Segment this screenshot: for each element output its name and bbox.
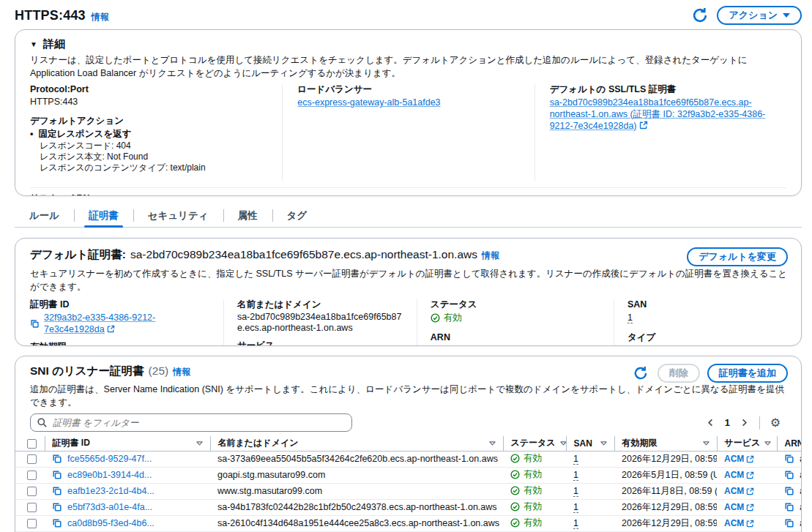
certificate-id-link[interactable]: fce5565d-9529-47f...: [67, 454, 152, 464]
details-expander[interactable]: ▼ 詳細: [30, 36, 786, 52]
copy-icon[interactable]: [52, 486, 62, 496]
default-cert-info-link[interactable]: 情報: [482, 250, 499, 262]
change-default-button[interactable]: デフォルトを変更: [687, 247, 788, 266]
certificates-table-body: fce5565d-9529-47f... sa-373a69eea55045b5…: [15, 451, 801, 532]
copy-icon[interactable]: [784, 454, 794, 464]
check-circle-icon: [510, 454, 520, 463]
default-action-title: 固定レスポンスを返す: [38, 129, 131, 140]
copy-icon[interactable]: [52, 470, 62, 480]
arn-value: arn:aws:acm:ap-northeast-1::certificate/…: [431, 345, 603, 346]
page-info-link[interactable]: 情報: [92, 11, 109, 23]
certificate-id-link[interactable]: eafb1e23-2c1d-4b4...: [67, 486, 154, 496]
san-count[interactable]: 1: [573, 502, 578, 513]
pagination: 1 ⚙: [703, 415, 783, 431]
acm-service-link[interactable]: ACM: [724, 454, 754, 464]
external-link-icon: [746, 455, 754, 463]
sni-count: (25): [149, 364, 169, 378]
column-header-service[interactable]: サービス: [725, 437, 761, 449]
row-checkbox[interactable]: [27, 471, 37, 480]
certificate-filter-input[interactable]: [30, 413, 352, 432]
sort-caret-icon[interactable]: [195, 438, 204, 448]
table-settings-button[interactable]: ⚙: [767, 415, 783, 431]
tab-certificates[interactable]: 証明書: [74, 206, 133, 227]
column-header-expiry[interactable]: 有効期限: [622, 437, 658, 449]
arn-fragment: a: [800, 486, 801, 496]
listener-arn-label: リスナー ARN: [30, 193, 786, 196]
status-badge: 有効: [510, 484, 542, 497]
redaction-box: [556, 345, 599, 346]
load-balancer-label: ロードバランサー: [297, 84, 522, 95]
sort-caret-icon[interactable]: [559, 438, 566, 448]
certificate-id-link[interactable]: ec89e0b1-3914-4d...: [67, 470, 152, 480]
refresh-button[interactable]: [690, 6, 709, 25]
copy-icon[interactable]: [784, 486, 794, 496]
add-certificate-button[interactable]: 証明書を追加: [707, 364, 788, 383]
type-label: タイプ: [627, 332, 778, 343]
prev-page-button[interactable]: [703, 415, 719, 431]
sni-refresh-button[interactable]: [631, 364, 650, 383]
row-checkbox[interactable]: [27, 454, 37, 464]
column-header-san[interactable]: SAN: [574, 438, 592, 449]
column-header-domain[interactable]: 名前またはドメイン: [218, 437, 299, 449]
tab-tags[interactable]: タグ: [272, 206, 322, 227]
default-ssl-cert-link-text: sa-2bd70c989b234ea18ba1fce69f65b87e.ecs.…: [550, 97, 766, 131]
acm-service-link[interactable]: ACM: [724, 502, 754, 512]
sort-caret-icon[interactable]: [701, 438, 711, 448]
status-badge: 有効: [510, 468, 542, 481]
sort-caret-icon[interactable]: [763, 438, 772, 448]
type-value: Amazon により発行: [627, 345, 778, 346]
san-count[interactable]: 1: [627, 312, 633, 323]
load-balancer-link[interactable]: ecs-express-gateway-alb-5a1afde3: [297, 97, 440, 108]
acm-service-link[interactable]: ACM: [724, 486, 754, 496]
cert-id-link[interactable]: 32f9a3b2-e335-4386-9212-7e3c4e1928da: [44, 312, 213, 335]
bullet: •: [30, 129, 33, 140]
sort-caret-icon[interactable]: [488, 438, 497, 448]
certificate-id-link[interactable]: ca0d8b95-f3ed-4b6...: [67, 518, 154, 528]
copy-icon[interactable]: [431, 345, 440, 346]
response-code: レスポンスコード: 404: [40, 141, 270, 151]
copy-icon[interactable]: [784, 518, 794, 528]
copy-icon[interactable]: [52, 502, 62, 512]
cert-id-label: 証明書 ID: [30, 299, 213, 310]
acm-service-link[interactable]: ACM: [724, 518, 754, 528]
column-header-arn[interactable]: ARN: [785, 438, 802, 449]
copy-icon[interactable]: [784, 470, 794, 480]
row-checkbox[interactable]: [27, 519, 37, 528]
service-label: サービス: [237, 340, 406, 346]
select-all-checkbox[interactable]: [27, 439, 37, 449]
sni-info-link[interactable]: 情報: [173, 366, 190, 378]
chevron-down-icon: [783, 13, 790, 18]
san-count[interactable]: 1: [573, 454, 578, 465]
default-cert-title-value: sa-2bd70c989b234ea18ba1fce69f65b87e.ecs.…: [130, 248, 477, 261]
san-label: SAN: [627, 299, 778, 310]
column-header-cert-id[interactable]: 証明書 ID: [53, 437, 90, 449]
certificate-domain: sa-94b1783fc02442b28c1bf2b50c249378.ecs.…: [210, 499, 503, 515]
copy-icon[interactable]: [784, 502, 794, 512]
next-page-button[interactable]: [736, 415, 752, 431]
default-cert-description: セキュアリスナーを初めて作成するときに、指定した SSL/TLS サーバー証明書…: [30, 267, 788, 293]
copy-icon[interactable]: [30, 319, 40, 329]
certificate-id-link[interactable]: e5bf73d3-a01e-4fa...: [67, 502, 152, 512]
current-page[interactable]: 1: [722, 417, 733, 428]
tab-attributes[interactable]: 属性: [223, 206, 272, 227]
san-count[interactable]: 1: [573, 486, 578, 497]
copy-icon[interactable]: [52, 454, 62, 464]
san-count[interactable]: 1: [573, 470, 578, 481]
row-checkbox[interactable]: [27, 487, 37, 496]
external-link-icon: [746, 471, 754, 479]
row-checkbox[interactable]: [27, 503, 37, 512]
status-badge: 有効: [431, 312, 462, 324]
san-count[interactable]: 1: [573, 518, 578, 529]
sort-caret-icon[interactable]: [599, 438, 608, 448]
column-header-status[interactable]: ステータス: [511, 437, 556, 449]
status-label: ステータス: [431, 299, 603, 310]
tab-rules[interactable]: ルール: [15, 206, 74, 227]
default-ssl-cert-link[interactable]: sa-2bd70c989b234ea18ba1fce69f65b87e.ecs.…: [550, 97, 766, 131]
tab-security[interactable]: セキュリティ: [133, 206, 223, 227]
certificate-domain: sa-2610c4f134d648a1951e444cee25a8c3.ecs.…: [210, 515, 503, 531]
acm-service-link[interactable]: ACM: [724, 470, 754, 480]
actions-button[interactable]: アクション: [717, 6, 802, 25]
status-badge: 有効: [510, 452, 542, 465]
delete-button[interactable]: 削除: [658, 364, 700, 383]
copy-icon[interactable]: [52, 518, 62, 528]
